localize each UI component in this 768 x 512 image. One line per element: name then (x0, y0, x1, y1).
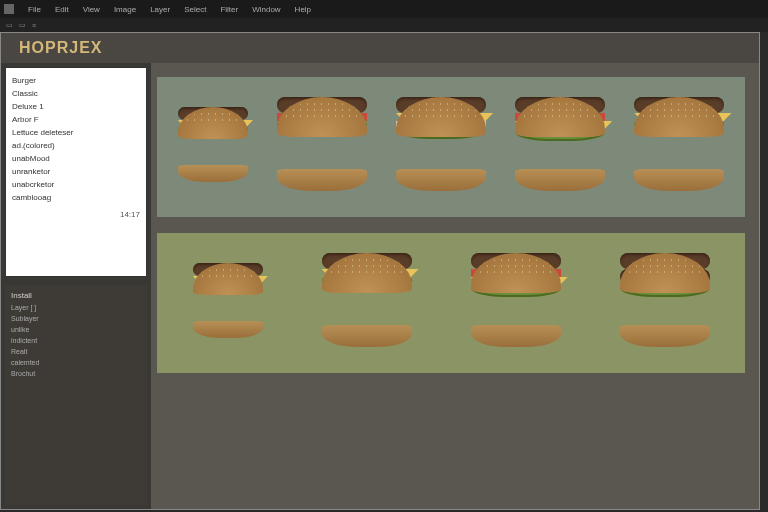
sidebar: Burger Classic Deluxe 1 Arbor F Lettuce … (1, 63, 151, 509)
properties-panel: Install Layer [ ] Sublayer unlike indict… (5, 285, 147, 505)
panel-item[interactable]: unabMood (12, 152, 140, 165)
app-window: HOPRJEX Burger Classic Deluxe 1 Arbor F … (0, 32, 760, 510)
menu-edit[interactable]: Edit (55, 5, 69, 14)
burger-thumbnail[interactable] (634, 97, 724, 197)
options-toolbar: ▭ ▭ ≡ (0, 18, 768, 32)
panel-footer: 14:17 (12, 210, 140, 219)
prop-row[interactable]: Layer [ ] (11, 302, 141, 313)
burger-thumbnail[interactable] (178, 107, 248, 187)
canvas-area[interactable] (151, 63, 759, 509)
system-menubar: File Edit View Image Layer Select Filter… (0, 0, 768, 18)
layers-panel[interactable]: Burger Classic Deluxe 1 Arbor F Lettuce … (5, 67, 147, 277)
burger-thumbnail[interactable] (620, 253, 710, 353)
app-icon (4, 4, 14, 14)
prop-row[interactable]: Realt (11, 346, 141, 357)
menu-help[interactable]: Help (295, 5, 311, 14)
menu-file[interactable]: File (28, 5, 41, 14)
prop-row[interactable]: unlike (11, 324, 141, 335)
prop-row[interactable]: Sublayer (11, 313, 141, 324)
panel-item[interactable]: unranketor (12, 165, 140, 178)
burger-thumbnail[interactable] (277, 97, 367, 197)
app-header: HOPRJEX (1, 33, 759, 63)
tool-opt-3[interactable]: ≡ (32, 22, 36, 29)
menu-filter[interactable]: Filter (220, 5, 238, 14)
app-title: HOPRJEX (19, 39, 741, 57)
burger-thumbnail[interactable] (322, 253, 412, 353)
menu-window[interactable]: Window (252, 5, 280, 14)
panel-item[interactable]: Lettuce deleteser (12, 126, 140, 139)
menu-view[interactable]: View (83, 5, 100, 14)
panel-item[interactable]: camblooag (12, 191, 140, 204)
panel-item[interactable]: ad.(colored) (12, 139, 140, 152)
panel-header: Install (11, 291, 141, 300)
menu-image[interactable]: Image (114, 5, 136, 14)
panel-item[interactable]: Burger (12, 74, 140, 87)
panel-item[interactable]: Deluxe 1 (12, 100, 140, 113)
tool-opt-2[interactable]: ▭ (19, 21, 26, 29)
panel-item[interactable]: Classic (12, 87, 140, 100)
menu-layer[interactable]: Layer (150, 5, 170, 14)
prop-row[interactable]: indictent (11, 335, 141, 346)
burger-thumbnail[interactable] (515, 97, 605, 197)
prop-row[interactable]: Brochut (11, 368, 141, 379)
panel-item[interactable]: Arbor F (12, 113, 140, 126)
burger-thumbnail[interactable] (471, 253, 561, 353)
prop-row[interactable]: calemted (11, 357, 141, 368)
burger-strip-bottom (157, 233, 745, 373)
panel-item[interactable]: unabcrketor (12, 178, 140, 191)
tool-opt-1[interactable]: ▭ (6, 21, 13, 29)
burger-thumbnail[interactable] (193, 263, 263, 343)
burger-strip-top (157, 77, 745, 217)
menu-select[interactable]: Select (184, 5, 206, 14)
burger-thumbnail[interactable] (396, 97, 486, 197)
